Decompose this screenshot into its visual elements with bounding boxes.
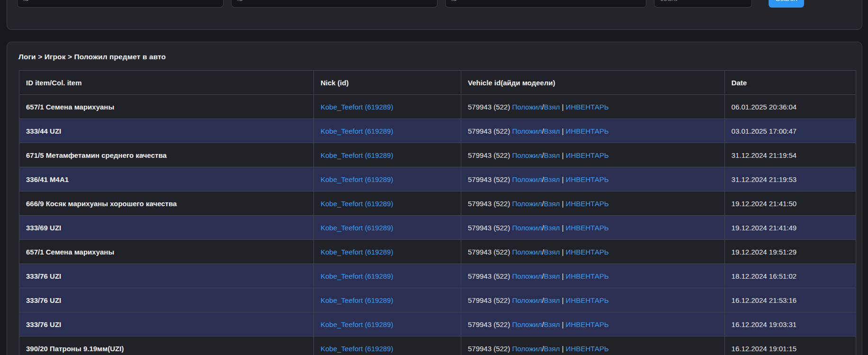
take-link[interactable]: Взял bbox=[544, 151, 560, 159]
inventory-link[interactable]: ИНВЕНТАРЬ bbox=[566, 127, 609, 135]
nick-cell: Kobe_Teefort (619289) bbox=[313, 95, 461, 119]
pipe-separator: | bbox=[560, 200, 565, 208]
take-link[interactable]: Взял bbox=[544, 345, 560, 353]
date-cell: 03.01.2025 17:00:47 bbox=[725, 119, 856, 143]
put-link[interactable]: Положил bbox=[512, 151, 542, 159]
player-link[interactable]: Kobe_Teefort (619289) bbox=[321, 320, 393, 328]
filter-id-input-1[interactable] bbox=[17, 0, 224, 8]
table-row: 333/76 UZI Kobe_Teefort (619289) 579943 … bbox=[19, 312, 856, 337]
nick-cell: Kobe_Teefort (619289) bbox=[313, 167, 461, 191]
inventory-link[interactable]: ИНВЕНТАРЬ bbox=[566, 272, 609, 280]
vehicle-id-text: 579943 (522) bbox=[468, 345, 512, 353]
inventory-link[interactable]: ИНВЕНТАРЬ bbox=[566, 224, 609, 232]
header-date-column: Date bbox=[725, 71, 856, 95]
filter-row: Search bbox=[17, 0, 852, 8]
inventory-link[interactable]: ИНВЕНТАРЬ bbox=[566, 200, 609, 208]
date-cell: 31.12.2024 21:19:53 bbox=[725, 167, 856, 191]
nick-cell: Kobe_Teefort (619289) bbox=[313, 312, 461, 337]
item-cell: 666/9 Косяк марихуаны хорошего качества bbox=[19, 191, 314, 216]
header-vehicle-column: Vehicle id(айди модеели) bbox=[461, 71, 725, 95]
vehicle-id-text: 579943 (522) bbox=[468, 272, 512, 280]
inventory-link[interactable]: ИНВЕНТАРЬ bbox=[566, 151, 609, 159]
pipe-separator: | bbox=[560, 175, 565, 183]
pipe-separator: | bbox=[560, 224, 565, 232]
inventory-link[interactable]: ИНВЕНТАРЬ bbox=[566, 175, 609, 183]
vehicle-id-text: 579943 (522) bbox=[468, 151, 512, 159]
nick-cell: Kobe_Teefort (619289) bbox=[313, 143, 461, 167]
take-link[interactable]: Взял bbox=[544, 175, 560, 183]
player-link[interactable]: Kobe_Teefort (619289) bbox=[321, 345, 393, 353]
put-link[interactable]: Положил bbox=[512, 320, 542, 328]
player-link[interactable]: Kobe_Teefort (619289) bbox=[321, 200, 393, 208]
vehicle-id-text: 579943 (522) bbox=[468, 320, 512, 328]
item-cell: 333/76 UZI bbox=[19, 264, 314, 288]
item-cell: 333/69 UZI bbox=[19, 216, 314, 240]
inventory-link[interactable]: ИНВЕНТАРЬ bbox=[566, 320, 609, 328]
vehicle-id-text: 579943 (522) bbox=[468, 296, 512, 304]
nick-cell: Kobe_Teefort (619289) bbox=[313, 216, 461, 240]
table-header-row: ID item/Col. item Nick (id) Vehicle id(а… bbox=[19, 71, 856, 95]
nick-cell: Kobe_Teefort (619289) bbox=[313, 240, 461, 264]
table-row: 390/20 Патроны 9.19мм(UZI) Kobe_Teefort … bbox=[19, 337, 856, 355]
inventory-link[interactable]: ИНВЕНТАРЬ bbox=[566, 248, 609, 256]
log-table-wrapper: ID item/Col. item Nick (id) Vehicle id(а… bbox=[19, 70, 856, 355]
table-row: 333/76 UZI Kobe_Teefort (619289) 579943 … bbox=[19, 264, 856, 288]
item-cell: 671/5 Метамфетамин среднего качества bbox=[19, 143, 314, 167]
take-link[interactable]: Взял bbox=[544, 103, 560, 111]
player-link[interactable]: Kobe_Teefort (619289) bbox=[321, 272, 393, 280]
pipe-separator: | bbox=[560, 320, 565, 328]
filter-id-input-3[interactable] bbox=[445, 0, 646, 8]
date-cell: 19.12.2024 21:41:49 bbox=[725, 216, 856, 240]
player-link[interactable]: Kobe_Teefort (619289) bbox=[321, 175, 393, 183]
vehicle-cell: 579943 (522) Положил/Взял | ИНВЕНТАРЬ bbox=[461, 240, 725, 264]
inventory-link[interactable]: ИНВЕНТАРЬ bbox=[566, 345, 609, 353]
vehicle-id-text: 579943 (522) bbox=[468, 248, 512, 256]
put-link[interactable]: Положил bbox=[512, 127, 542, 135]
take-link[interactable]: Взял bbox=[544, 224, 560, 232]
breadcrumb: Логи > Игрок > Положил предмет в авто bbox=[18, 53, 166, 61]
item-cell: 333/76 UZI bbox=[19, 288, 314, 312]
table-row: 657/1 Семена марихуаны Kobe_Teefort (619… bbox=[19, 240, 856, 264]
player-link[interactable]: Kobe_Teefort (619289) bbox=[321, 296, 393, 304]
date-cell: 06.01.2025 20:36:04 bbox=[725, 95, 856, 119]
take-link[interactable]: Взял bbox=[544, 127, 560, 135]
pipe-separator: | bbox=[560, 127, 565, 135]
pipe-separator: | bbox=[560, 272, 565, 280]
vehicle-cell: 579943 (522) Положил/Взял | ИНВЕНТАРЬ bbox=[461, 191, 725, 216]
put-link[interactable]: Положил bbox=[512, 200, 542, 208]
take-link[interactable]: Взял bbox=[544, 296, 560, 304]
player-link[interactable]: Kobe_Teefort (619289) bbox=[321, 151, 393, 159]
pipe-separator: | bbox=[560, 248, 565, 256]
filter-panel: Search bbox=[7, 0, 862, 30]
put-link[interactable]: Положил bbox=[512, 248, 542, 256]
player-link[interactable]: Kobe_Teefort (619289) bbox=[321, 127, 393, 135]
put-link[interactable]: Положил bbox=[512, 345, 542, 353]
take-link[interactable]: Взял bbox=[544, 320, 560, 328]
date-cell: 16.12.2024 21:53:16 bbox=[725, 288, 856, 312]
inventory-link[interactable]: ИНВЕНТАРЬ bbox=[566, 103, 609, 111]
vehicle-cell: 579943 (522) Положил/Взял | ИНВЕНТАРЬ bbox=[461, 143, 725, 167]
search-button[interactable]: Search bbox=[769, 0, 804, 8]
put-link[interactable]: Положил bbox=[512, 175, 542, 183]
player-link[interactable]: Kobe_Teefort (619289) bbox=[321, 248, 393, 256]
put-link[interactable]: Положил bbox=[512, 296, 542, 304]
vehicle-cell: 579943 (522) Положил/Взял | ИНВЕНТАРЬ bbox=[461, 337, 725, 355]
nick-cell: Kobe_Teefort (619289) bbox=[313, 288, 461, 312]
table-row: 657/1 Семена марихуаны Kobe_Teefort (619… bbox=[19, 95, 856, 119]
pipe-separator: | bbox=[560, 345, 565, 353]
inventory-link[interactable]: ИНВЕНТАРЬ bbox=[566, 296, 609, 304]
take-link[interactable]: Взял bbox=[544, 272, 560, 280]
filter-count-input[interactable] bbox=[654, 0, 752, 8]
item-cell: 390/20 Патроны 9.19мм(UZI) bbox=[19, 337, 314, 355]
put-link[interactable]: Положил bbox=[512, 272, 542, 280]
take-link[interactable]: Взял bbox=[544, 248, 560, 256]
item-cell: 333/44 UZI bbox=[19, 119, 314, 143]
take-link[interactable]: Взял bbox=[544, 200, 560, 208]
filter-id-input-2[interactable] bbox=[231, 0, 438, 8]
player-link[interactable]: Kobe_Teefort (619289) bbox=[321, 103, 393, 111]
put-link[interactable]: Положил bbox=[512, 224, 542, 232]
player-link[interactable]: Kobe_Teefort (619289) bbox=[321, 224, 393, 232]
put-link[interactable]: Положил bbox=[512, 103, 542, 111]
vehicle-cell: 579943 (522) Положил/Взял | ИНВЕНТАРЬ bbox=[461, 312, 725, 337]
item-cell: 336/41 M4A1 bbox=[19, 167, 314, 191]
